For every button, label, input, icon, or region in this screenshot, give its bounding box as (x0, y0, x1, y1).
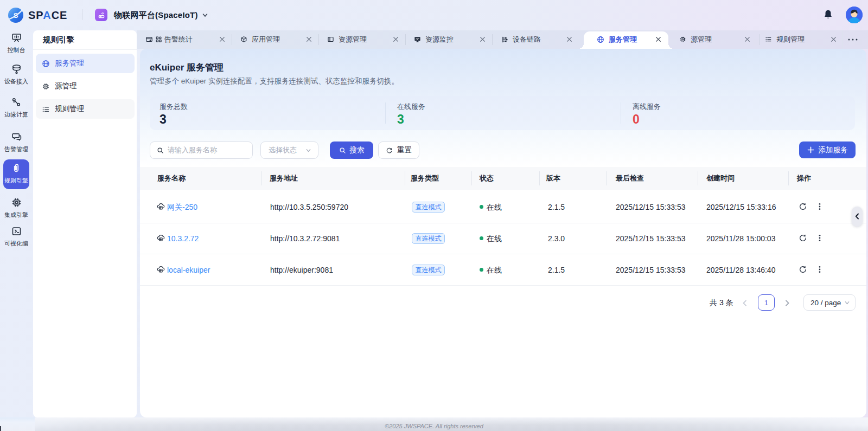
svg-text:S: S (14, 11, 18, 20)
